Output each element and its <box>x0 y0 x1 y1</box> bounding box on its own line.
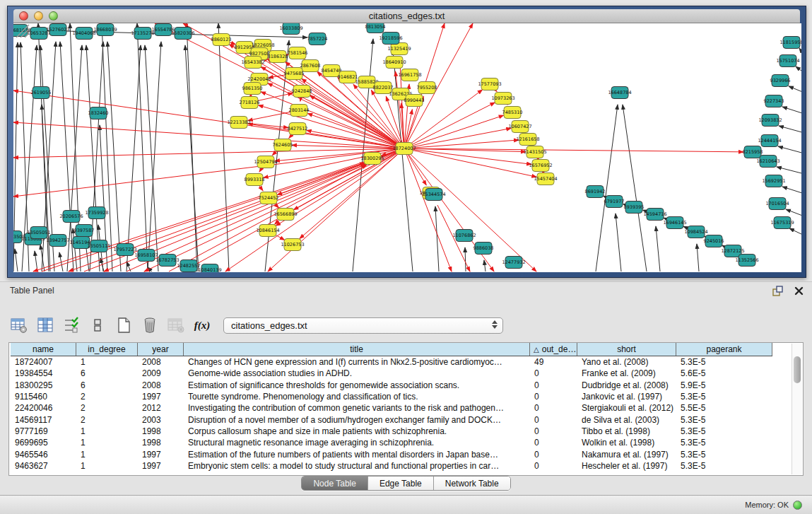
graph-node[interactable]: 7581546 <box>288 47 308 59</box>
graph-edge[interactable] <box>300 98 301 101</box>
graph-node[interactable]: 11352566 <box>735 255 758 267</box>
graph-node[interactable]: 8990443 <box>404 95 425 107</box>
graph-node[interactable]: 10840139 <box>198 264 221 273</box>
table-cell[interactable]: 5.3E-5 <box>676 437 772 448</box>
graph-node[interactable]: 12482557 <box>177 260 200 272</box>
graph-node[interactable]: 17016504 <box>765 198 789 210</box>
table-cell[interactable]: 2009 <box>138 368 184 379</box>
graph-edge[interactable] <box>102 23 112 271</box>
graph-node[interactable]: 16946145 <box>663 217 686 229</box>
graph-edge[interactable] <box>777 167 801 174</box>
graph-node[interactable]: 13505051 <box>27 227 50 239</box>
table-row[interactable]: 1456911722003Disruption of a novel membe… <box>11 414 772 425</box>
graph-edge[interactable] <box>623 105 647 271</box>
graph-node[interactable]: 2867608 <box>300 60 321 72</box>
graph-node[interactable]: 20206576 <box>59 211 83 223</box>
table-cell[interactable]: 18724007 <box>11 356 76 368</box>
table-cell[interactable]: 5.3E-5 <box>676 391 772 402</box>
graph-node[interactable]: 9475685 <box>284 68 305 80</box>
tab-edge-table[interactable]: Edge Table <box>368 477 434 490</box>
network-window-titlebar[interactable]: citations_edges.txt <box>13 9 800 23</box>
graph-node[interactable]: 2803144 <box>289 105 310 117</box>
graph-node[interactable]: 9397587 <box>74 225 95 237</box>
graph-node[interactable]: 8691942 <box>585 186 606 198</box>
table-scrollbar[interactable] <box>792 344 802 474</box>
graph-edge[interactable] <box>778 146 801 153</box>
table-row[interactable]: 2242004622012Investigating the contribut… <box>11 402 772 414</box>
float-panel-icon[interactable] <box>771 284 784 297</box>
graph-node[interactable]: 7485310 <box>502 107 523 119</box>
graph-node[interactable]: 19218596 <box>379 33 402 45</box>
graph-node[interactable]: 7524452 <box>259 192 279 204</box>
table-row[interactable]: 969969511998Structural magnetic resonanc… <box>11 437 772 448</box>
graph-node[interactable]: 9245016 <box>704 235 724 247</box>
graph-node[interactable]: 8186328 <box>268 51 288 63</box>
table-row[interactable]: 977716911998Corpus callosum shape and si… <box>11 426 772 437</box>
close-window-icon[interactable] <box>19 11 28 21</box>
graph-node[interactable]: 16033809 <box>279 23 302 35</box>
table-cell[interactable]: 1 <box>76 356 138 368</box>
table-cell[interactable]: Nakamura et al. (1997) <box>577 448 676 460</box>
graph-edge[interactable] <box>300 153 399 239</box>
graph-edge[interactable] <box>411 150 536 177</box>
graph-node-hub[interactable]: 18724007 <box>392 143 416 155</box>
graph-node[interactable]: 8215958 <box>743 146 763 158</box>
table-cell[interactable]: Changes of HCN gene expression and I(f) … <box>184 356 530 368</box>
table-cell[interactable]: Embryonic stem cells: a model to study s… <box>184 460 530 472</box>
table-row[interactable]: 1938455462009Genome-wide association stu… <box>11 368 772 379</box>
graph-node[interactable]: 11026753 <box>281 239 304 251</box>
graph-node[interactable]: 16543382 <box>241 57 264 69</box>
table-cell[interactable]: Yano et al. (2008) <box>577 356 676 368</box>
graph-edge[interactable] <box>35 251 37 271</box>
graph-edge[interactable] <box>310 95 399 145</box>
graph-edge[interactable] <box>484 260 486 271</box>
graph-edge[interactable] <box>393 50 413 271</box>
graph-node[interactable]: 15692951 <box>762 175 785 187</box>
graph-node[interactable]: 17957223 <box>113 244 136 256</box>
table-cell[interactable]: 49 <box>530 356 577 368</box>
graph-edge[interactable] <box>435 206 439 271</box>
table-cell[interactable]: 2012 <box>138 402 184 414</box>
graph-node[interactable]: 17577093 <box>478 78 501 90</box>
table-row[interactable]: 911546021997Tourette syndrome. Phenomeno… <box>11 391 772 402</box>
table-cell[interactable]: 2008 <box>138 380 184 391</box>
column-header-year[interactable]: year <box>138 343 184 356</box>
table-selector-dropdown[interactable]: citations_edges.txt <box>223 317 503 334</box>
graph-node[interactable]: 10846154 <box>256 225 279 237</box>
graph-edge[interactable] <box>789 86 801 93</box>
graph-edge[interactable] <box>126 45 141 271</box>
table-cell[interactable]: 5.3E-5 <box>676 414 772 425</box>
table-cell[interactable]: 6 <box>76 368 138 379</box>
graph-edge[interactable] <box>408 154 427 185</box>
graph-edge[interactable] <box>789 228 801 235</box>
table-cell[interactable]: 22420046 <box>11 402 76 414</box>
graph-node[interactable]: 17359928 <box>85 207 108 219</box>
table-cell[interactable]: 5.6E-5 <box>676 368 772 379</box>
table-row[interactable]: 946362711997Embryonic stem cells: a mode… <box>11 460 772 472</box>
row-height-icon[interactable] <box>88 316 107 334</box>
graph-node[interactable]: 7624605 <box>273 139 293 151</box>
graph-edge[interactable] <box>256 93 293 101</box>
memory-indicator[interactable]: Memory: OK <box>745 501 802 510</box>
scrollbar-thumb[interactable] <box>794 356 801 383</box>
graph-node[interactable]: 16576952 <box>529 160 552 172</box>
table-cell[interactable]: 2008 <box>138 356 184 368</box>
zoom-window-icon[interactable] <box>49 11 58 21</box>
graph-node[interactable]: 16648784 <box>608 87 631 99</box>
graph-edge[interactable] <box>13 122 404 148</box>
graph-edge[interactable] <box>169 165 367 271</box>
close-panel-icon[interactable] <box>792 284 805 297</box>
graph-node[interactable]: 18300295 <box>360 153 384 165</box>
graph-node[interactable]: 16961758 <box>398 69 421 81</box>
graph-node[interactable]: 12161658 <box>516 134 539 146</box>
graph-edge[interactable] <box>786 209 801 216</box>
graph-node[interactable]: 7955208 <box>417 82 437 94</box>
row-selection-icon[interactable] <box>62 316 81 334</box>
column-header-out_de[interactable]: △out_de… <box>530 343 577 356</box>
graph-node[interactable]: 13942757 <box>46 235 69 247</box>
table-cell[interactable]: Tibbo et al. (1998) <box>577 426 676 437</box>
table-cell[interactable]: 9699695 <box>11 437 76 448</box>
table-cell[interactable]: 0 <box>530 380 577 391</box>
table-cell[interactable]: 1997 <box>138 448 184 460</box>
graph-edge[interactable] <box>779 126 801 133</box>
